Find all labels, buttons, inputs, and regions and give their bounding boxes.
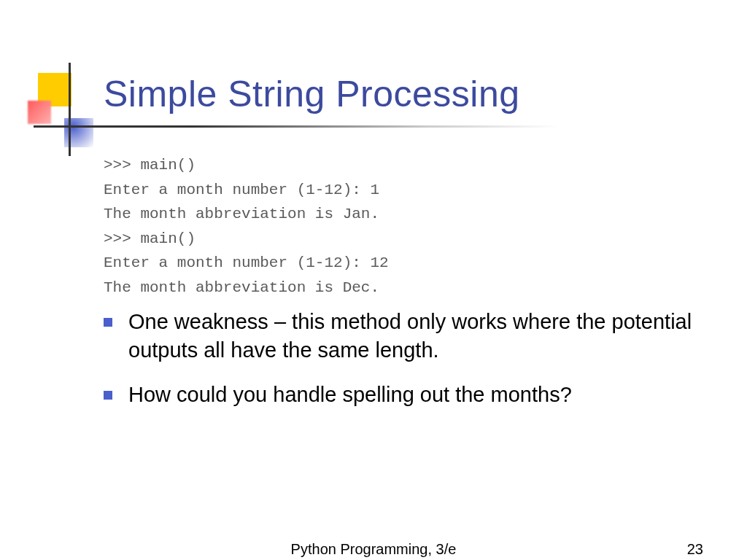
bullet-square-icon — [104, 318, 112, 327]
horizontal-rule — [34, 125, 559, 128]
slide-decoration — [28, 73, 93, 153]
code-line: The month abbreviation is Dec. — [104, 279, 379, 296]
code-line: >>> main() — [104, 157, 196, 174]
bullet-list: One weakness – this method only works wh… — [104, 308, 716, 425]
footer-text: Python Programming, 3/e — [0, 541, 747, 558]
code-line: Enter a month number (1-12): 12 — [104, 254, 389, 271]
code-block: >>> main() Enter a month number (1-12): … — [104, 153, 389, 300]
vertical-rule — [69, 63, 71, 156]
bullet-text: How could you handle spelling out the mo… — [128, 381, 572, 409]
bullet-text: One weakness – this method only works wh… — [128, 308, 716, 365]
bullet-square-icon — [104, 391, 112, 400]
code-line: Enter a month number (1-12): 1 — [104, 182, 379, 198]
page-number: 23 — [687, 541, 703, 558]
list-item: One weakness – this method only works wh… — [104, 308, 716, 365]
red-square-icon — [28, 101, 51, 124]
list-item: How could you handle spelling out the mo… — [104, 381, 716, 409]
code-line: The month abbreviation is Jan. — [104, 206, 379, 222]
code-line: >>> main() — [104, 230, 196, 247]
slide-title: Simple String Processing — [104, 73, 520, 115]
